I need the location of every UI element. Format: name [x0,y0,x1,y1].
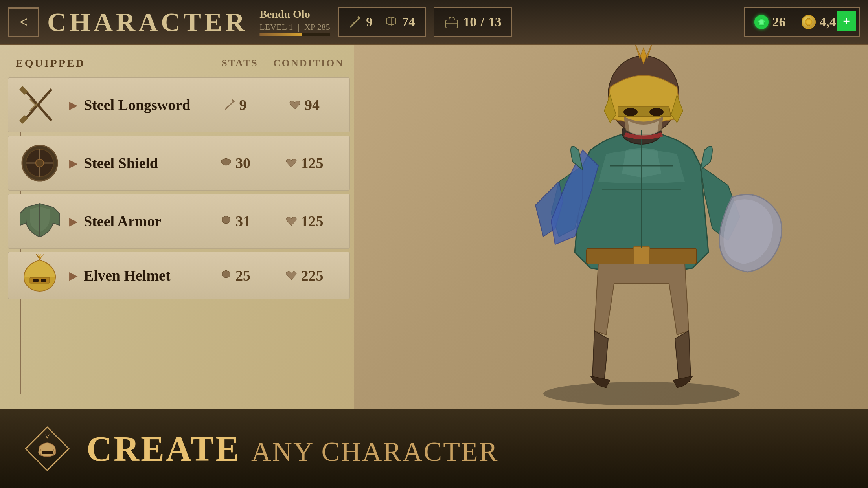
character-panel [354,45,868,409]
equipment-item[interactable]: ▶ Steel Armor 31 125 [8,194,350,249]
shield-item-icon [18,141,61,185]
condition-val: 94 [305,96,320,114]
item-condition: 125 [267,213,342,230]
item-icon-area [16,200,63,243]
heart-icon [285,270,297,281]
item-icon-area [16,83,63,127]
svg-line-0 [350,18,360,27]
item-condition: 125 [267,154,342,172]
equipment-item[interactable]: ▶ Elven Helmet 25 225 [8,252,350,299]
item-icon-area [16,254,63,297]
xp-bar-fill [260,33,302,36]
back-button[interactable]: < [8,7,39,37]
banner-text: CREATE any character [86,429,498,469]
item-stats: 25 [204,267,267,284]
heart-icon [285,216,297,227]
item-name: Elven Helmet [84,267,204,284]
svg-rect-4 [446,20,458,28]
svg-rect-27 [30,277,50,283]
item-condition: 225 [267,267,342,284]
character-art [488,45,795,409]
armor-stat-val: 25 [235,267,250,284]
armor-icon [384,15,398,29]
condition-val: 225 [301,267,324,284]
svg-point-23 [36,159,44,167]
gem-value: 26 [772,15,786,29]
bag-icon [444,15,459,29]
gem-icon [754,15,769,29]
item-stats: 30 [204,154,267,172]
currency-group: 26 4,431 + [744,7,861,37]
level-label: LEVEL 1 [259,22,293,32]
equipment-item[interactable]: ▶ Steel Longsword 9 94 [8,77,350,132]
attack-stat: 9 [349,15,373,29]
svg-point-36 [623,108,638,116]
capacity-current: 10 [463,15,476,29]
gem-currency: 26 [754,15,786,29]
equip-arrow-icon: ▶ [69,99,78,112]
armor-stat-val: 30 [235,154,250,172]
condition-val: 125 [301,213,324,230]
equip-arrow-icon: ▶ [69,269,78,282]
svg-point-37 [649,108,664,116]
back-arrow-icon: < [20,14,28,30]
banner-emblem-icon [24,425,71,472]
armor-value: 74 [402,15,415,29]
item-name: Steel Longsword [84,96,204,114]
svg-rect-28 [33,279,39,282]
armor-stat: 74 [384,15,415,29]
item-name: Steel Shield [84,154,204,172]
equipment-panel: EQUIPPED STATS CONDITION [0,45,354,409]
condition-column-header: CONDITION [271,57,346,69]
capacity: 10 / 13 [444,15,501,29]
armor-item-icon [18,200,61,243]
armor-stat-icon [221,270,232,281]
coin-icon [802,15,816,29]
heart-icon [285,158,297,169]
equip-arrow-icon: ▶ [69,157,78,170]
page-title: CHARACTER [47,7,248,38]
heart-icon [289,99,301,110]
sword-stat-icon [224,99,235,110]
item-stats: 31 [204,213,267,230]
player-info: Bendu Olo LEVEL 1 | XP 285 [259,8,330,36]
equipped-label: EQUIPPED [16,57,208,70]
header-bar: < CHARACTER Bendu Olo LEVEL 1 | XP 285 9 [0,0,868,45]
svg-rect-33 [634,246,649,266]
xp-label: XP 285 [304,22,330,32]
combat-stats-group: 9 74 [338,7,426,37]
add-currency-button[interactable]: + [837,11,856,31]
shield-stat-icon [221,158,232,169]
svg-rect-29 [41,279,46,282]
sword-icon [349,15,362,29]
player-name: Bendu Olo [259,8,330,20]
armor-stat-icon [221,215,232,227]
item-icon-area [16,141,63,185]
bottom-banner: CREATE any character [0,409,868,488]
equipment-list: ▶ Steel Longsword 9 94 [8,77,354,299]
capacity-slash: / [480,15,484,29]
item-name: Steel Armor [84,213,204,230]
capacity-max: 13 [488,15,502,29]
stats-column-header: STATS [208,57,271,69]
banner-highlight-text: CREATE [86,429,241,468]
armor-stat-val: 31 [235,213,250,230]
capacity-stat: 10 / 13 [434,7,512,37]
attack-val: 9 [239,96,247,114]
divider: | [298,22,300,32]
condition-val: 125 [301,154,324,172]
item-condition: 94 [267,96,342,114]
helmet-item-icon [18,254,61,297]
player-level: LEVEL 1 | XP 285 [259,22,330,32]
svg-point-31 [543,382,740,405]
equipment-item[interactable]: ▶ Steel Shield 30 125 [8,136,350,191]
banner-rest-text: any character [251,437,499,467]
xp-bar [259,33,330,36]
attack-value: 9 [366,15,373,29]
svg-point-9 [806,20,811,24]
longsword-icon [18,83,61,127]
main-content: EQUIPPED STATS CONDITION [0,45,868,409]
equip-arrow-icon: ▶ [69,215,78,228]
item-stats: 9 [204,96,267,114]
equipment-header: EQUIPPED STATS CONDITION [8,57,354,70]
